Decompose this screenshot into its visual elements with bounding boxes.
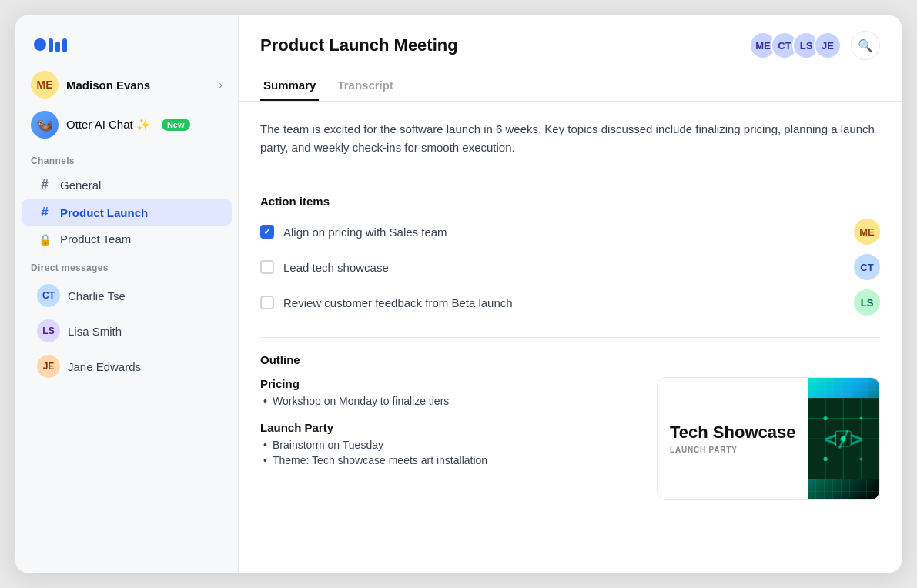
channel-product-team[interactable]: 🔒 Product Team [22,227,232,251]
svg-point-10 [824,457,828,461]
hash-icon: # [37,177,52,192]
outline-bullets: Workshop on Monday to finalize tiers [260,393,641,409]
channel-product-launch[interactable]: # Product Launch [22,199,232,226]
svg-rect-12 [836,431,852,446]
svg-text:⬡: ⬡ [841,435,847,443]
tab-summary[interactable]: Summary [260,71,319,101]
action-item: Lead tech showcase CT [260,254,880,280]
outline-text: Pricing Workshop on Monday to finalize t… [260,377,641,480]
logo [15,15,238,65]
tab-transcript[interactable]: Transcript [334,71,397,101]
chevron-right-icon: › [219,79,223,91]
hash-icon: # [37,205,52,220]
dm-jane[interactable]: JE Jane Edwards [22,349,232,383]
outline-bullet: Workshop on Monday to finalize tiers [260,393,641,409]
dm-lisa[interactable]: LS Lisa Smith [22,314,232,348]
channels-section-label: Channels [15,145,238,171]
header-right: ME CT LS JE 🔍 [749,31,880,60]
svg-point-9 [860,417,863,420]
participant-avatars: ME CT LS JE [749,32,842,59]
tech-showcase-card: Tech Showcase Launch Party [657,377,880,500]
checkbox-unchecked[interactable] [260,260,274,274]
avatar: CT [37,284,60,307]
outline-bullet: Brainstorm on Tuesday [260,437,641,453]
action-items-list: Align on pricing with Sales team ME Lead… [260,219,880,316]
ai-chat-item[interactable]: 🦦 Otter AI Chat ✨ New [15,105,238,145]
circuit-pattern: ⬡ [808,378,879,499]
meeting-title-row: Product Launch Meeting ME CT LS JE 🔍 [260,31,880,60]
avatar: JE [37,355,60,378]
main-content: The team is excited for the software lau… [239,102,902,573]
action-avatar: ME [854,219,880,245]
search-button[interactable]: 🔍 [851,31,880,60]
outline-topic: Pricing [260,377,641,390]
user-profile[interactable]: ME Madison Evans › [15,65,238,105]
divider [260,179,880,179]
participant-avatar: JE [814,32,842,59]
dm-section-label: Direct messages [15,252,238,278]
sidebar: ME Madison Evans › 🦦 Otter AI Chat ✨ New… [15,15,239,573]
ai-chat-label: Otter AI Chat ✨ [66,118,151,132]
action-text: Align on pricing with Sales team [283,226,447,239]
action-item: Review customer feedback from Beta launc… [260,289,880,316]
action-avatar: LS [854,289,880,316]
channel-general[interactable]: # General [22,172,232,198]
search-icon: 🔍 [858,38,873,53]
action-text: Lead tech showcase [283,261,389,274]
outline-title: Outline [260,353,880,366]
action-text: Review customer feedback from Beta launc… [283,296,513,309]
user-name: Madison Evans [66,79,150,92]
svg-point-8 [841,436,846,442]
dm-name: Lisa Smith [68,325,122,338]
meeting-title: Product Launch Meeting [260,35,458,55]
action-items-title: Action items [260,195,880,208]
ai-avatar: 🦦 [31,111,59,139]
summary-text: The team is excited for the software lau… [260,120,880,157]
checkbox-checked[interactable] [260,225,274,239]
tech-showcase-text: Tech Showcase Launch Party [658,378,808,499]
dm-name: Jane Edwards [68,360,141,373]
action-item: Align on pricing with Sales team ME [260,219,880,245]
outline-content: Pricing Workshop on Monday to finalize t… [260,377,880,500]
otter-logo-mark [34,37,219,52]
avatar: LS [37,319,60,342]
main-header: Product Launch Meeting ME CT LS JE 🔍 Sum… [239,15,902,102]
dm-name: Charlie Tse [68,289,126,302]
main-panel: Product Launch Meeting ME CT LS JE 🔍 Sum… [239,15,902,573]
svg-point-7 [824,416,828,420]
divider [260,337,880,338]
tech-showcase-subtitle: Launch Party [670,446,795,454]
lock-icon: 🔒 [37,233,52,246]
avatar: ME [31,71,59,99]
channel-name: Product Team [60,232,131,246]
channel-name: Product Launch [60,206,148,219]
checkbox-unchecked[interactable] [260,296,274,309]
dm-charlie[interactable]: CT Charlie Tse [22,279,232,312]
channel-name: General [60,179,101,192]
new-badge: New [162,119,190,131]
tech-showcase-image: ⬡ [808,378,879,499]
outline-bullet: Theme: Tech showcase meets art installat… [260,453,641,468]
action-avatar: CT [854,254,880,280]
outline-topic: Launch Party [260,421,641,434]
tabs: Summary Transcript [260,71,880,101]
svg-point-11 [860,457,863,460]
tech-showcase-title: Tech Showcase [670,423,795,442]
outline-bullets: Brainstorm on Tuesday Theme: Tech showca… [260,437,641,468]
